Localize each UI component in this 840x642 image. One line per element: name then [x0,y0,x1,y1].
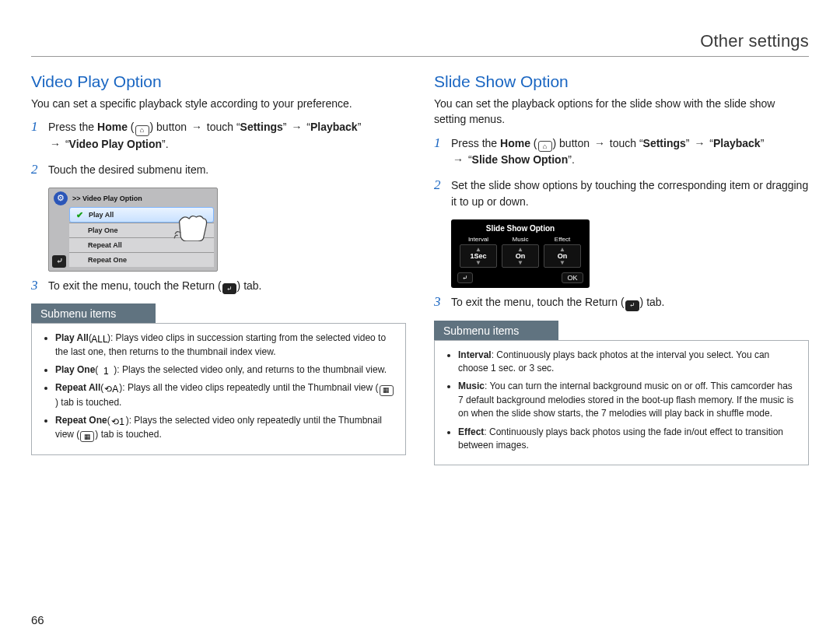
step-3-text: To exit the menu, touch the Return (⤶) t… [48,278,406,295]
submenu-items-box: Play All(ALL): Plays video clips in succ… [31,323,406,455]
step-number: 3 [31,278,40,295]
submenu-repeat-one[interactable]: Repeat One [69,252,214,267]
section-title-vpo: Video Play Option [31,72,406,91]
slide-show-option-screenshot: Slide Show Option Interval ▲1Sec▼ Music … [451,219,590,288]
return-icon: ⤶ [625,300,639,311]
section-title-sso: Slide Show Option [434,72,809,91]
arrow-icon: → [692,137,706,149]
submenu-items-header: Submenu items [434,321,558,341]
submenu-repeat-all[interactable]: Repeat All [69,237,214,252]
submenu-desc-play-all: Play All(ALL): Plays video clips in succ… [55,332,396,359]
repeat-one-icon: ⟲1 [111,416,125,427]
chevron-down-icon: ▼ [475,260,481,265]
arrow-icon: → [48,138,62,150]
step-2-text: Touch the desired submenu item. [48,162,406,178]
submenu-desc-effect: Effect: Continuously plays back photos u… [458,426,799,453]
sso-col-effect[interactable]: Effect ▲On▼ [541,236,583,269]
globe-icon: ⚙ [54,191,68,205]
submenu-desc-interval: Interval: Continuously plays back photos… [458,349,799,376]
breadcrumb: >> Video Play Option [72,195,142,202]
step-1-text: Press the Home (⌂) button → touch “Setti… [48,119,406,153]
step-1-text: Press the Home (⌂) button → touch “Setti… [451,135,809,169]
submenu-desc-play-one: Play One(1): Plays the selected video on… [55,363,396,377]
return-button[interactable]: ⤶ [52,255,66,268]
return-button[interactable]: ⤶ [457,272,473,283]
video-play-option-section: Video Play Option You can set a specific… [31,71,406,465]
submenu-desc-repeat-all: Repeat All(⟲A): Plays all the video clip… [55,381,396,409]
page-number: 66 [31,613,44,626]
chevron-down-icon: ▼ [559,260,565,265]
thumbnail-icon: ▦ [80,431,94,442]
chevron-up-icon: ▲ [559,247,565,252]
step-3-text: To exit the menu, touch the Return (⤶) t… [451,294,809,311]
chevron-up-icon: ▲ [517,247,523,252]
step-number: 3 [434,294,443,311]
submenu-play-all[interactable]: ✔ Play All [69,207,214,223]
chevron-down-icon: ▼ [517,260,523,265]
arrow-icon: → [289,121,303,133]
chevron-up-icon: ▲ [475,247,481,252]
play-one-icon: 1 [99,366,113,377]
arrow-icon: → [190,121,204,133]
home-icon: ⌂ [538,141,552,152]
sso-screen-title: Slide Show Option [457,224,583,233]
ok-button[interactable]: OK [562,272,583,283]
arrow-icon: → [593,137,607,149]
page-header: Other settings [31,31,809,57]
intro-vpo: You can set a specific playback style ac… [31,96,406,111]
submenu-items-header: Submenu items [31,303,156,324]
step-number: 2 [434,177,443,210]
step-number: 1 [31,119,40,153]
play-all-icon: ALL [93,334,107,345]
home-icon: ⌂ [135,125,149,136]
arrow-icon: → [451,153,465,166]
submenu-items-box: Interval: Continuously plays back photos… [434,340,809,466]
step-number: 1 [434,135,443,169]
thumbnail-icon: ▦ [380,385,394,396]
step-number: 2 [31,162,40,178]
submenu-desc-repeat-one: Repeat One(⟲1): Plays the selected video… [55,414,396,442]
submenu-play-one[interactable]: Play One [69,223,214,237]
slide-show-option-section: Slide Show Option You can set the playba… [434,71,809,465]
sso-col-music[interactable]: Music ▲On▼ [499,236,541,269]
check-icon: ✔ [76,211,84,219]
sso-col-interval[interactable]: Interval ▲1Sec▼ [457,236,499,269]
intro-sso: You can set the playback options for the… [434,96,809,128]
submenu-desc-music: Music: You can turn the internal backgro… [458,380,799,420]
video-play-option-screenshot: ⚙ >> Video Play Option ✔ Play All Play O… [48,188,218,272]
step-2-text: Set the slide show options by touching t… [451,177,809,210]
return-icon: ⤶ [222,283,236,294]
repeat-all-icon: ⟲A [104,384,118,395]
